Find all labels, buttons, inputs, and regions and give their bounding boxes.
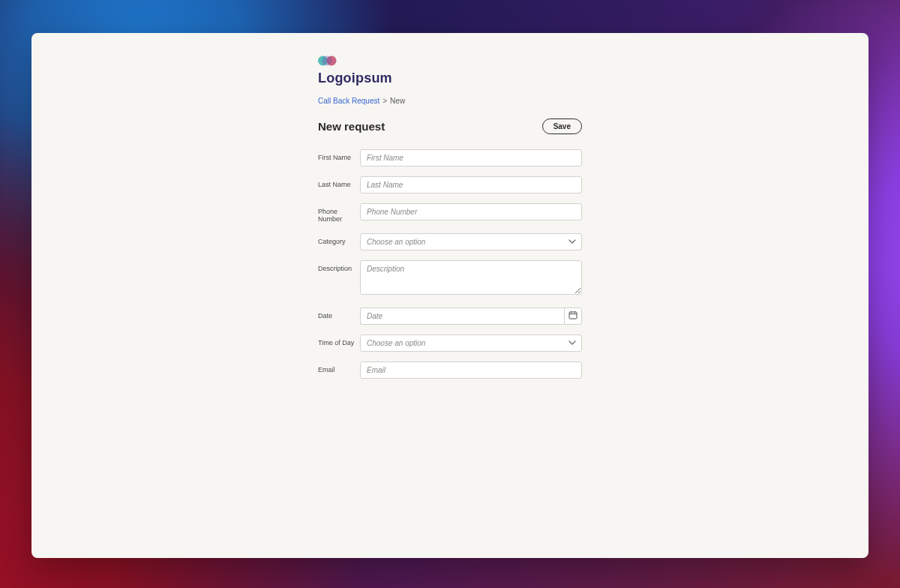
svg-point-2 xyxy=(322,56,332,66)
description-label: Description xyxy=(318,260,360,272)
brand-logo-mark xyxy=(318,54,582,68)
time-of-day-label: Time of Day xyxy=(318,334,360,346)
last-name-input[interactable] xyxy=(360,176,582,194)
app-window: Logoipsum Call Back Request > New New re… xyxy=(32,33,868,558)
phone-number-label: Phone Number xyxy=(318,203,360,224)
category-label: Category xyxy=(318,233,360,245)
phone-number-input[interactable] xyxy=(360,203,582,220)
email-input[interactable] xyxy=(360,362,582,379)
svg-rect-3 xyxy=(569,312,577,319)
description-textarea[interactable] xyxy=(360,260,582,295)
breadcrumb-separator: > xyxy=(382,97,387,105)
date-picker-button[interactable] xyxy=(564,308,582,325)
time-of-day-select[interactable]: Choose an option xyxy=(360,334,582,352)
category-select[interactable]: Choose an option xyxy=(360,233,582,250)
first-name-input[interactable] xyxy=(360,149,582,166)
brand-logo-text: Logoipsum xyxy=(318,70,582,86)
page-title: New request xyxy=(318,120,385,133)
save-button[interactable]: Save xyxy=(542,118,582,134)
brand-logo: Logoipsum xyxy=(318,54,582,86)
breadcrumb-parent-link[interactable]: Call Back Request xyxy=(318,97,380,105)
date-label: Date xyxy=(318,308,360,320)
breadcrumb-current: New xyxy=(390,97,405,105)
breadcrumb: Call Back Request > New xyxy=(318,97,582,105)
first-name-label: First Name xyxy=(318,149,360,161)
last-name-label: Last Name xyxy=(318,176,360,188)
email-label: Email xyxy=(318,362,360,374)
calendar-icon xyxy=(568,310,578,322)
date-input[interactable] xyxy=(360,308,564,325)
